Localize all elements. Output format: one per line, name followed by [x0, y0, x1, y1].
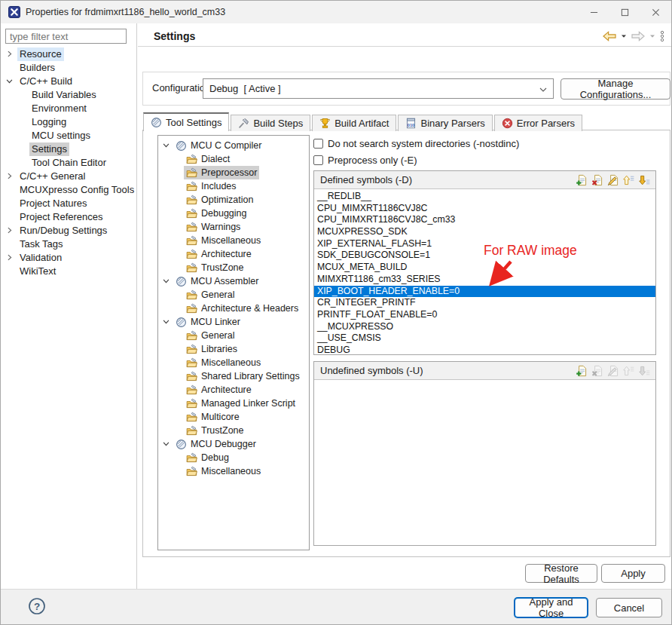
tool-tree-item-mcu-c-compiler-debugging[interactable]: Debugging	[158, 207, 309, 220]
symbol-row-xip-boot-header-enable-0[interactable]: XIP_BOOT_HEADER_ENABLE=0	[314, 286, 655, 298]
configuration-select[interactable]: Debug [ Active ]	[203, 78, 554, 99]
tool-tree-item-mcu-linker-miscellaneous[interactable]: Miscellaneous	[158, 356, 309, 369]
close-button[interactable]	[640, 1, 671, 23]
minimize-button[interactable]	[579, 1, 609, 23]
symbol-row-printf-float-enable-0[interactable]: PRINTF_FLOAT_ENABLE=0	[314, 309, 655, 321]
option-preprocess-only-e[interactable]: Preprocess only (-E)	[313, 152, 519, 168]
tool-tree-item-mcu-linker-managed-linker-script[interactable]: Managed Linker Script	[158, 397, 309, 410]
tool-tree-item-mcu-c-compiler-optimization[interactable]: Optimization	[158, 193, 309, 207]
forward-caret-icon[interactable]	[649, 33, 655, 39]
add-doc-icon[interactable]	[576, 174, 588, 186]
sidebar-item-project-references[interactable]: Project References	[1, 210, 136, 224]
tool-tree-item-mcu-linker-trustzone[interactable]: TrustZone	[158, 424, 309, 437]
undefined-symbols-header: Undefined symbols (-U)	[314, 362, 655, 380]
tool-tree-item-mcu-c-compiler-trustzone[interactable]: TrustZone	[158, 261, 309, 274]
apply-and-close-button[interactable]: Apply and Close	[515, 598, 588, 617]
tool-tree-item-mcu-c-compiler-warnings[interactable]: Warnings	[158, 220, 309, 234]
symbol-row-debug[interactable]: DEBUG	[314, 345, 655, 354]
tab-build-steps[interactable]: Build Steps	[231, 115, 310, 131]
sidebar-item-c-c-general[interactable]: C/C++ General	[1, 170, 136, 183]
checkbox-unchecked[interactable]	[313, 155, 323, 165]
chevron-collapsed-icon[interactable]	[5, 253, 14, 262]
tool-tree-group-mcu-c-compiler[interactable]: MCU C Compiler	[158, 139, 309, 152]
maximize-button[interactable]	[609, 1, 640, 23]
tool-tree-group-mcu-assembler[interactable]: MCU Assembler	[158, 274, 309, 288]
chevron-expanded-icon[interactable]	[161, 276, 171, 286]
sidebar-item-c-c-build[interactable]: C/C++ Build	[1, 75, 136, 88]
symbol-row-cpu-mimxrt1186cvj8c-cm33[interactable]: CPU_MIMXRT1186CVJ8C_cm33	[314, 214, 655, 226]
tab-error-parsers[interactable]: Error Parsers	[494, 115, 582, 131]
symbol-row-cr-integer-printf[interactable]: CR_INTEGER_PRINTF	[314, 297, 655, 309]
symbol-row-cpu-mimxrt1186cvj8c[interactable]: CPU_MIMXRT1186CVJ8C	[314, 203, 655, 215]
chevron-expanded-icon[interactable]	[161, 140, 171, 150]
sidebar-item-run-debug-settings[interactable]: Run/Debug Settings	[1, 224, 136, 237]
tool-tree-item-mcu-c-compiler-miscellaneous[interactable]: Miscellaneous	[158, 234, 309, 247]
tool-tree-item-mcu-linker-libraries[interactable]: Libraries	[158, 342, 309, 356]
symbol-row-mcux-meta-build[interactable]: MCUX_META_BUILD	[314, 262, 655, 274]
sidebar-item-build-variables[interactable]: Build Variables	[1, 88, 136, 102]
sidebar-item-label: Resource	[17, 47, 64, 61]
sidebar-item-task-tags[interactable]: Task Tags	[1, 237, 136, 251]
delete-doc-icon[interactable]	[591, 174, 603, 186]
symbol-row-redlib[interactable]: __REDLIB__	[314, 191, 655, 203]
tool-tree-item-mcu-c-compiler-architecture[interactable]: Architecture	[158, 247, 309, 261]
tool-tree-item-mcu-c-compiler-includes[interactable]: Includes	[158, 179, 309, 193]
option-do-not-search-system-directories-nostdinc[interactable]: Do not search system directories (-nostd…	[313, 135, 519, 152]
sidebar-item-tool-chain-editor[interactable]: Tool Chain Editor	[1, 156, 136, 170]
sidebar-item-label: WikiText	[17, 265, 58, 278]
sidebar-item-builders[interactable]: Builders	[1, 61, 136, 75]
symbol-row-mcuxpresso[interactable]: __MCUXPRESSO	[314, 321, 655, 333]
tool-tree-item-mcu-c-compiler-preprocessor[interactable]: Preprocessor	[158, 166, 309, 179]
chevron-collapsed-icon[interactable]	[5, 171, 14, 181]
tool-tree-item-mcu-linker-general[interactable]: General	[158, 329, 309, 342]
tool-tree-item-inner: Libraries	[184, 342, 240, 356]
tool-tree-item-mcu-linker-architecture[interactable]: Architecture	[158, 383, 309, 397]
sidebar-item-validation[interactable]: Validation	[1, 251, 136, 265]
tool-tree-item-mcu-assembler-architecture-headers[interactable]: Architecture & Headers	[158, 302, 309, 315]
chevron-expanded-icon[interactable]	[5, 76, 14, 86]
view-menu-icon[interactable]	[659, 30, 665, 42]
sidebar-item-project-natures[interactable]: Project Natures	[1, 197, 136, 210]
chevron-expanded-icon[interactable]	[161, 439, 171, 449]
back-arrow-icon[interactable]	[602, 30, 617, 42]
symbol-row-mimxrt1186-cm33-series[interactable]: MIMXRT1186_cm33_SERIES	[314, 274, 655, 286]
manage-configurations-button[interactable]: Manage Configurations...	[561, 78, 670, 100]
tool-tree-item-mcu-c-compiler-dialect[interactable]: Dialect	[158, 152, 309, 166]
chevron-collapsed-icon[interactable]	[5, 225, 14, 235]
back-caret-icon[interactable]	[621, 33, 627, 39]
tool-tree-item-mcu-linker-shared-library-settings[interactable]: Shared Library Settings	[158, 369, 309, 383]
tool-tree-item-mcu-assembler-general[interactable]: General	[158, 288, 309, 302]
sidebar-item-resource[interactable]: Resource	[1, 47, 136, 61]
apply-button[interactable]: Apply	[601, 564, 665, 583]
chevron-expanded-icon[interactable]	[161, 317, 171, 326]
filter-input[interactable]	[5, 29, 127, 44]
sidebar-item-wikitext[interactable]: WikiText	[1, 265, 136, 278]
tool-tree-item-mcu-debugger-debug[interactable]: Debug	[158, 451, 309, 464]
tool-tree-item-mcu-linker-multicore[interactable]: Multicore	[158, 410, 309, 424]
symbol-row-use-cmsis[interactable]: __USE_CMSIS	[314, 332, 655, 345]
symbol-row-mcuxpresso-sdk[interactable]: MCUXPRESSO_SDK	[314, 226, 655, 238]
sidebar-item-environment[interactable]: Environment	[1, 102, 136, 115]
sidebar-item-settings[interactable]: Settings	[1, 142, 136, 156]
move-up-icon[interactable]	[623, 174, 635, 186]
defined-symbols-list: __REDLIB__CPU_MIMXRT1186CVJ8CCPU_MIMXRT1…	[314, 189, 655, 354]
folder-pencil-icon	[186, 466, 197, 477]
tool-tree-group-mcu-debugger[interactable]: MCU Debugger	[158, 437, 309, 451]
add-doc-icon[interactable]	[576, 365, 588, 377]
sidebar-item-mcu-settings[interactable]: MCU settings	[1, 129, 136, 142]
cancel-button[interactable]: Cancel	[596, 598, 662, 617]
tool-tree-group-mcu-linker[interactable]: MCU Linker	[158, 315, 309, 329]
forward-arrow-icon[interactable]	[631, 30, 646, 42]
help-button[interactable]: ?	[28, 597, 46, 615]
sidebar-item-logging[interactable]: Logging	[1, 115, 136, 129]
move-down-icon[interactable]	[639, 174, 651, 186]
chevron-collapsed-icon[interactable]	[5, 49, 14, 59]
tab-binary-parsers[interactable]: 010Binary Parsers	[398, 115, 492, 131]
checkbox-unchecked[interactable]	[313, 139, 323, 149]
tab-tool-settings[interactable]: Tool Settings	[143, 112, 229, 131]
tool-tree-item-mcu-debugger-miscellaneous[interactable]: Miscellaneous	[158, 464, 309, 478]
sidebar-item-mcuxpresso-config-tools[interactable]: MCUXpresso Config Tools	[1, 183, 136, 197]
edit-doc-icon[interactable]	[607, 174, 619, 186]
restore-defaults-button[interactable]: Restore Defaults	[525, 564, 597, 583]
tab-build-artifact[interactable]: Build Artifact	[312, 115, 396, 131]
